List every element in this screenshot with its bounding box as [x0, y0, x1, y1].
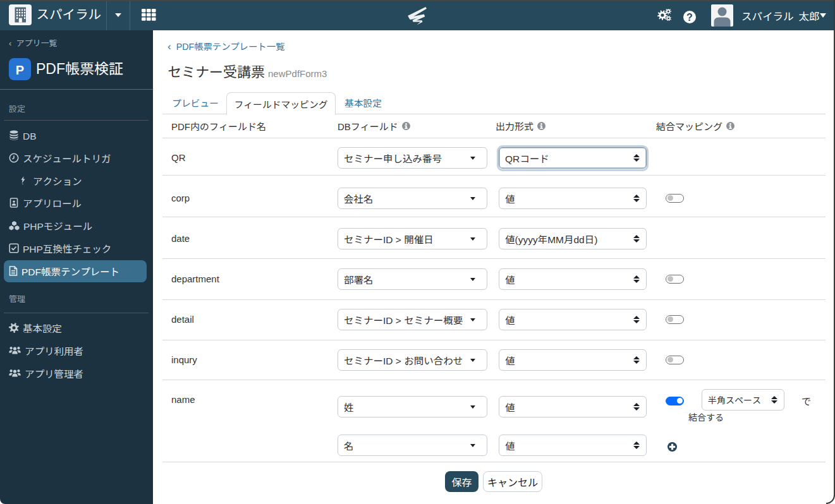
svg-text:?: ? [686, 12, 693, 23]
